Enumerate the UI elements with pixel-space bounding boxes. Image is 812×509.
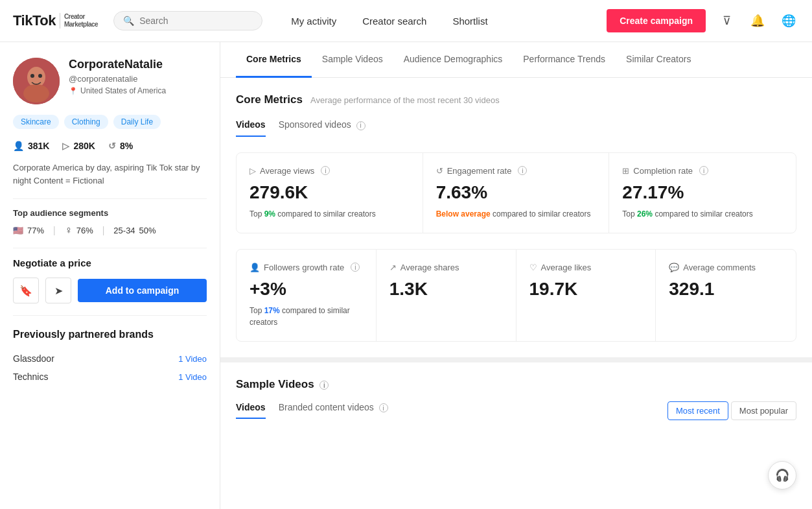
send-button[interactable]: ➤ xyxy=(45,278,71,303)
metric-completion-rate: ⊞ Completion rate i 27.17% Top 26% compa… xyxy=(609,153,796,233)
funnel-icon[interactable]: ⊽ xyxy=(716,10,737,31)
brand-videos-glassdoor[interactable]: 1 Video xyxy=(178,354,207,364)
video-tabs: Videos Sponsored videos i xyxy=(236,119,796,137)
sample-videos-section: Sample Videos i Videos Branded content v… xyxy=(220,357,812,446)
top-metrics-grid: ▷ Average views i 279.6K Top 9% compared… xyxy=(236,152,796,233)
followers-growth-info-icon[interactable]: i xyxy=(351,263,360,272)
sponsored-info-icon[interactable]: i xyxy=(356,121,365,130)
engagement-value: 8% xyxy=(120,141,133,151)
engagement-stat: ↺ 8% xyxy=(108,141,133,151)
tab-audience-demographics[interactable]: Audience Demographics xyxy=(393,42,513,78)
audience-country: 🇺🇸 77% xyxy=(13,226,44,235)
audience-gender: ♀ 76% xyxy=(65,224,93,236)
tag-clothing[interactable]: Clothing xyxy=(64,115,108,129)
engagement-rate-icon: ↺ xyxy=(436,166,443,176)
avg-shares-value: 1.3K xyxy=(389,279,503,300)
tab-similar-creators[interactable]: Similar Creators xyxy=(616,42,701,78)
completion-rate-note: Top 26% compared to similar creators xyxy=(622,208,783,220)
audience-items: 🇺🇸 77% | ♀ 76% | 25-34 50% xyxy=(13,224,207,236)
sample-videos-header: Sample Videos i xyxy=(236,378,796,391)
creator-name: CorporateNatalie xyxy=(69,58,166,71)
views-stat: ▷ 280K xyxy=(62,141,95,151)
tab-performance-trends[interactable]: Performance Trends xyxy=(513,42,616,78)
logo-creator-marketplace: Creator Marketplace xyxy=(60,13,98,29)
engagement-rate-info-icon[interactable]: i xyxy=(518,166,527,175)
stab-branded[interactable]: Branded content videos i xyxy=(279,402,388,420)
metric-avg-comments: 💬 Average comments 329.1 xyxy=(656,250,796,341)
search-icon: 🔍 xyxy=(123,16,134,26)
vtab-videos[interactable]: Videos xyxy=(236,119,266,137)
svg-point-3 xyxy=(30,74,34,78)
nav-shortlist[interactable]: Shortlist xyxy=(452,16,487,27)
nav-creator-search[interactable]: Creator search xyxy=(362,16,426,27)
brand-name-technics: Technics xyxy=(13,372,48,382)
negotiate-section: Negotiate a price 🔖 ➤ Add to campaign xyxy=(13,257,207,303)
globe-icon[interactable]: 🌐 xyxy=(778,10,799,31)
avg-likes-icon: ♡ xyxy=(529,263,537,272)
logo: TikTok Creator Marketplace xyxy=(13,12,98,29)
tab-sample-videos[interactable]: Sample Videos xyxy=(312,42,393,78)
followers-growth-icon: 👤 xyxy=(249,263,260,272)
vtab-sponsored[interactable]: Sponsored videos i xyxy=(279,119,365,137)
engagement-icon: ↺ xyxy=(108,141,116,151)
avg-views-info-icon[interactable]: i xyxy=(321,166,330,175)
bookmark-button[interactable]: 🔖 xyxy=(13,278,39,303)
stab-videos[interactable]: Videos xyxy=(236,402,266,420)
right-content: Core Metrics Sample Videos Audience Demo… xyxy=(220,42,812,509)
help-button[interactable]: 🎧 xyxy=(768,461,796,490)
audience-country-pct: 77% xyxy=(27,226,44,235)
brands-title: Previously partnered brands xyxy=(13,329,207,340)
completion-rate-info-icon[interactable]: i xyxy=(699,166,708,175)
audience-section: Top audience segments 🇺🇸 77% | ♀ 76% | 2… xyxy=(13,208,207,236)
nav-links: My activity Creator search Shortlist xyxy=(291,16,591,27)
audience-age-range: 25-34 xyxy=(113,226,135,235)
avg-likes-label: ♡ Average likes xyxy=(529,263,643,272)
profile-info: CorporateNatalie @corporatenatalie 📍 Uni… xyxy=(69,58,166,95)
metric-engagement-rate: ↺ Engagement rate i 7.63% Below average … xyxy=(423,153,610,233)
brand-row-glassdoor: Glassdoor 1 Video xyxy=(13,349,207,368)
core-metrics-header: Core Metrics Average performance of the … xyxy=(236,93,796,106)
followers-icon: 👤 xyxy=(13,141,24,151)
creator-stats: 👤 381K ▷ 280K ↺ 8% xyxy=(13,141,207,151)
avg-views-icon: ▷ xyxy=(249,166,256,176)
sort-most-recent[interactable]: Most recent xyxy=(667,401,728,420)
bell-icon[interactable]: 🔔 xyxy=(747,10,768,31)
metric-average-views: ▷ Average views i 279.6K Top 9% compared… xyxy=(237,153,423,233)
sort-most-popular[interactable]: Most popular xyxy=(731,401,796,420)
branded-info-icon[interactable]: i xyxy=(379,403,388,412)
svg-point-2 xyxy=(23,84,49,102)
nav-my-activity[interactable]: My activity xyxy=(291,16,336,27)
core-metrics-title: Core Metrics xyxy=(236,93,303,106)
main-layout: CorporateNatalie @corporatenatalie 📍 Uni… xyxy=(0,42,812,509)
followers-value: 381K xyxy=(28,141,49,151)
avg-comments-icon: 💬 xyxy=(669,263,679,272)
brand-videos-technics[interactable]: 1 Video xyxy=(178,372,207,382)
metric-avg-shares: ↗ Average shares 1.3K xyxy=(377,250,516,341)
negotiate-title: Negotiate a price xyxy=(13,257,207,268)
add-to-campaign-button[interactable]: Add to campaign xyxy=(78,279,207,302)
followers-growth-value: +3% xyxy=(249,279,363,300)
tag-skincare[interactable]: Skincare xyxy=(13,115,59,129)
brand-name-glassdoor: Glassdoor xyxy=(13,353,54,364)
logo-tiktok: TikTok xyxy=(13,12,56,29)
avg-comments-value: 329.1 xyxy=(669,279,783,300)
tab-core-metrics[interactable]: Core Metrics xyxy=(236,42,312,78)
followers-growth-label: 👤 Followers growth rate i xyxy=(249,263,363,272)
metric-avg-likes: ♡ Average likes 19.7K xyxy=(516,250,656,341)
metric-followers-growth: 👤 Followers growth rate i +3% Top 17% co… xyxy=(237,250,377,341)
audience-age: 25-34 50% xyxy=(113,226,156,235)
sample-videos-info-icon[interactable]: i xyxy=(319,381,329,390)
avg-comments-label: 💬 Average comments xyxy=(669,263,783,272)
action-buttons: 🔖 ➤ Add to campaign xyxy=(13,278,207,303)
tag-daily-life[interactable]: Daily Life xyxy=(113,115,161,129)
avatar xyxy=(13,58,60,104)
search-bar[interactable]: 🔍 xyxy=(113,11,262,30)
profile-header: CorporateNatalie @corporatenatalie 📍 Uni… xyxy=(13,58,207,104)
completion-rate-icon: ⊞ xyxy=(622,166,629,176)
left-sidebar: CorporateNatalie @corporatenatalie 📍 Uni… xyxy=(0,42,220,509)
search-input[interactable] xyxy=(139,16,253,26)
creator-handle: @corporatenatalie xyxy=(69,74,166,84)
creator-location: 📍 United States of America xyxy=(69,86,166,95)
create-campaign-button[interactable]: Create campaign xyxy=(607,9,706,32)
views-value: 280K xyxy=(73,141,95,151)
